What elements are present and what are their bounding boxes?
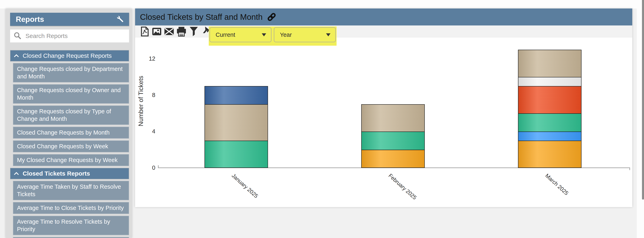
sidebar-section-label: Closed Change Request Reports — [23, 52, 112, 59]
sidebar-item[interactable]: My Closed Change Requests by Week — [13, 154, 129, 166]
period-dropdown-value: Year — [280, 31, 292, 38]
chevron-down-icon — [326, 33, 330, 36]
search-input[interactable] — [25, 32, 123, 40]
sidebar-item[interactable]: Change Requests closed by Owner and Mont… — [13, 84, 129, 104]
sidebar-item[interactable]: Average Time Taken by Staff to Resolve T… — [13, 181, 129, 200]
reports-sidebar: Reports Closed Change Request ReportsCha… — [6, 8, 132, 238]
sidebar-title: Reports — [16, 15, 44, 24]
sidebar-header: Reports — [10, 13, 129, 26]
wrench-icon[interactable] — [116, 15, 124, 23]
sidebar-item[interactable]: Change Requests closed by Type of Change… — [13, 105, 129, 125]
email-icon[interactable] — [164, 26, 174, 36]
report-title: Closed Tickets by Staff and Month — [140, 12, 262, 22]
app-window: Reports Closed Change Request ReportsCha… — [0, 0, 644, 238]
vertical-scrollbar[interactable] — [642, 0, 644, 200]
report-list: Closed Change Request ReportsChange Requ… — [10, 50, 129, 238]
sidebar-item[interactable]: Change Requests closed by Department and… — [13, 63, 129, 82]
search-icon — [14, 32, 21, 40]
period-dropdown[interactable]: Year — [274, 27, 336, 42]
sidebar-item[interactable]: Closed Change Requests by Week — [13, 140, 129, 152]
print-icon[interactable] — [176, 26, 186, 36]
search-box — [10, 29, 129, 42]
sidebar-item[interactable]: Average Time to Close Tickets by Priorit… — [13, 202, 129, 214]
filter-icon[interactable] — [189, 26, 198, 36]
chevron-up-icon — [14, 172, 19, 175]
report-header-bar: Closed Tickets by Staff and Month — [135, 8, 632, 25]
sidebar-item[interactable]: Closed Tickets by Staff (last 7 days) — [13, 237, 129, 238]
chevron-up-icon — [14, 54, 19, 58]
pdf-export-icon[interactable] — [140, 26, 149, 36]
image-export-icon[interactable] — [152, 26, 162, 36]
sidebar-section-label: Closed Tickets Reports — [23, 170, 90, 177]
link-icon[interactable] — [267, 12, 276, 22]
sidebar-item[interactable]: Closed Change Requests by Month — [13, 127, 129, 139]
chevron-down-icon — [262, 33, 266, 36]
timeframe-dropdown[interactable]: Current — [210, 27, 272, 42]
sidebar-section-0[interactable]: Closed Change Request Reports — [10, 50, 129, 61]
timeframe-dropdown-value: Current — [216, 31, 235, 38]
sidebar-section-1[interactable]: Closed Tickets Reports — [10, 168, 129, 179]
sidebar-item[interactable]: Average Time to Resolve Tickets by Prior… — [13, 216, 129, 235]
top-band — [0, 0, 644, 8]
